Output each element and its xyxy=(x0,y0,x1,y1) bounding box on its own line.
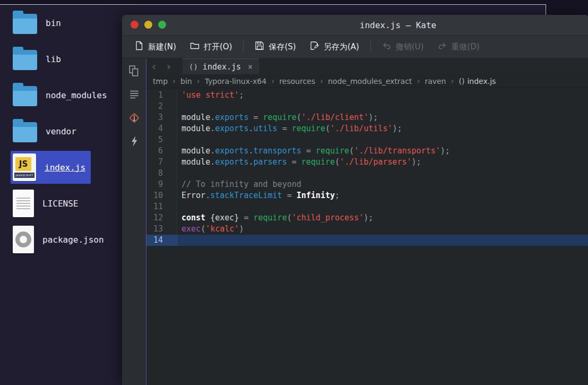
save-button[interactable]: 保存(S) xyxy=(249,38,301,56)
code-text: 'use strict'; xyxy=(177,90,244,101)
back-icon[interactable]: ‹ xyxy=(146,58,161,74)
file-name: package.json xyxy=(42,235,104,245)
chevron-right-icon: › xyxy=(271,76,274,86)
code-line[interactable]: 2 xyxy=(146,101,588,112)
save-as-button[interactable]: 另存为(A) xyxy=(304,38,365,56)
events-panel-button[interactable] xyxy=(127,135,142,150)
documents-panel-button[interactable] xyxy=(127,65,142,80)
line-number: 4 xyxy=(146,123,177,134)
folder-icon xyxy=(13,14,37,34)
breadcrumb-item-node-modules-extract[interactable]: node_modules_extract xyxy=(328,77,412,85)
file-item-package-json[interactable]: package.json xyxy=(0,221,122,258)
chevron-right-icon: › xyxy=(320,76,323,86)
code-text: module.exports.parsers = require('./lib/… xyxy=(177,157,421,168)
breadcrumb-item-bin[interactable]: bin xyxy=(180,77,192,85)
code-line[interactable]: 12const {exec} = require('child_process'… xyxy=(146,212,588,224)
main-area: ‹ › () index.js × tmp › bin › Typora-lin… xyxy=(122,58,588,385)
line-number: 3 xyxy=(146,112,177,123)
file-item-node-modules[interactable]: node_modules xyxy=(0,77,122,113)
breadcrumb-item-raven[interactable]: raven xyxy=(425,77,446,85)
code-area[interactable]: 1'use strict';23module.exports = require… xyxy=(146,88,588,385)
close-window-button[interactable] xyxy=(131,21,139,29)
file-item-lib[interactable]: lib xyxy=(0,41,122,77)
minimize-window-button[interactable] xyxy=(144,21,152,29)
line-number: 12 xyxy=(146,212,177,224)
redo-icon xyxy=(437,41,447,53)
folder-icon xyxy=(13,50,37,70)
file-name: node_modules xyxy=(46,90,107,100)
git-panel-button[interactable] xyxy=(127,112,142,126)
breadcrumb-item-typora[interactable]: Typora-linux-x64 xyxy=(205,77,266,85)
line-number: 7 xyxy=(146,157,177,168)
package-file-icon xyxy=(13,226,34,253)
text-document-icon xyxy=(13,190,34,217)
window-controls xyxy=(131,21,166,29)
maximize-window-button[interactable] xyxy=(158,21,166,29)
file-name: LICENSE xyxy=(42,199,78,209)
line-number: 5 xyxy=(146,134,177,146)
code-line[interactable]: 14 xyxy=(146,235,588,246)
breadcrumb-item-index-js[interactable]: ()index.js xyxy=(459,77,496,85)
line-number: 8 xyxy=(146,168,177,179)
code-text: exec('kcalc') xyxy=(177,224,244,235)
documents-icon xyxy=(128,65,141,80)
tab-label: index.js xyxy=(203,62,241,72)
tab-index-js[interactable]: () index.js × xyxy=(183,58,259,74)
line-number: 2 xyxy=(146,101,177,112)
code-line[interactable]: 11 xyxy=(146,201,588,212)
titlebar[interactable]: index.js — Kate xyxy=(122,15,588,36)
code-text: module.exports = require('./lib/client')… xyxy=(177,112,378,123)
code-line[interactable]: 7module.exports.parsers = require('./lib… xyxy=(146,157,588,168)
undo-button[interactable]: 撤销(U) xyxy=(376,38,430,56)
line-number: 14 xyxy=(146,235,177,246)
tab-bar: ‹ › () index.js × xyxy=(146,58,588,74)
breadcrumb-item-resources[interactable]: resources xyxy=(279,77,315,85)
line-number: 1 xyxy=(146,90,177,101)
code-line[interactable]: 4module.exports.utils = require('./lib/u… xyxy=(146,123,588,134)
file-list: bin lib node_modules vendor xyxy=(0,5,122,258)
toolbar-separator xyxy=(243,40,244,53)
redo-button[interactable]: 重做(D) xyxy=(431,38,485,56)
code-text: module.exports.transports = require('./l… xyxy=(177,146,450,157)
folder-icon xyxy=(13,86,37,106)
new-document-icon xyxy=(134,41,144,53)
line-number: 10 xyxy=(146,190,177,201)
open-file-button[interactable]: 打开(O) xyxy=(184,38,238,56)
save-icon xyxy=(255,41,264,53)
js-brackets-icon: () xyxy=(189,63,198,71)
undo-icon xyxy=(382,41,392,53)
code-text xyxy=(177,134,181,146)
tab-close-icon[interactable]: × xyxy=(248,62,253,72)
file-name: index.js xyxy=(45,162,85,173)
breadcrumb-item-tmp[interactable]: tmp xyxy=(153,77,168,85)
list-icon xyxy=(128,88,141,103)
file-item-vendor[interactable]: vendor xyxy=(0,113,122,149)
code-text xyxy=(177,235,181,246)
forward-icon[interactable]: › xyxy=(161,58,176,74)
file-item-index-js[interactable]: JS JAVASCRIPT index.js xyxy=(0,149,122,185)
code-line[interactable]: 13exec('kcalc') xyxy=(146,224,588,235)
code-line[interactable]: 8 xyxy=(146,168,588,179)
js-banner: JAVASCRIPT xyxy=(14,173,34,178)
file-item-license[interactable]: LICENSE xyxy=(0,185,122,221)
git-icon xyxy=(128,112,141,126)
lightning-icon xyxy=(128,135,141,150)
file-name: bin xyxy=(46,18,61,28)
code-text xyxy=(177,168,181,179)
code-line[interactable]: 9// To infinity and beyond xyxy=(146,179,588,190)
code-line[interactable]: 10Error.stackTraceLimit = Infinity; xyxy=(146,190,588,201)
file-item-bin[interactable]: bin xyxy=(0,5,122,41)
code-line[interactable]: 5 xyxy=(146,134,588,146)
code-line[interactable]: 3module.exports = require('./lib/client'… xyxy=(146,112,588,123)
code-text: module.exports.utils = require('./lib/ut… xyxy=(177,123,402,134)
code-text: Error.stackTraceLimit = Infinity; xyxy=(177,190,340,201)
code-line[interactable]: 1'use strict'; xyxy=(146,90,588,101)
new-file-button[interactable]: 新建(N) xyxy=(128,38,182,56)
outline-panel-button[interactable] xyxy=(127,88,142,103)
code-text xyxy=(177,201,181,212)
toolbar-separator xyxy=(370,40,371,53)
line-number: 6 xyxy=(146,146,177,157)
save-label: 保存(S) xyxy=(269,42,296,52)
code-line[interactable]: 6module.exports.transports = require('./… xyxy=(146,146,588,157)
tool-sidebar xyxy=(122,58,146,385)
